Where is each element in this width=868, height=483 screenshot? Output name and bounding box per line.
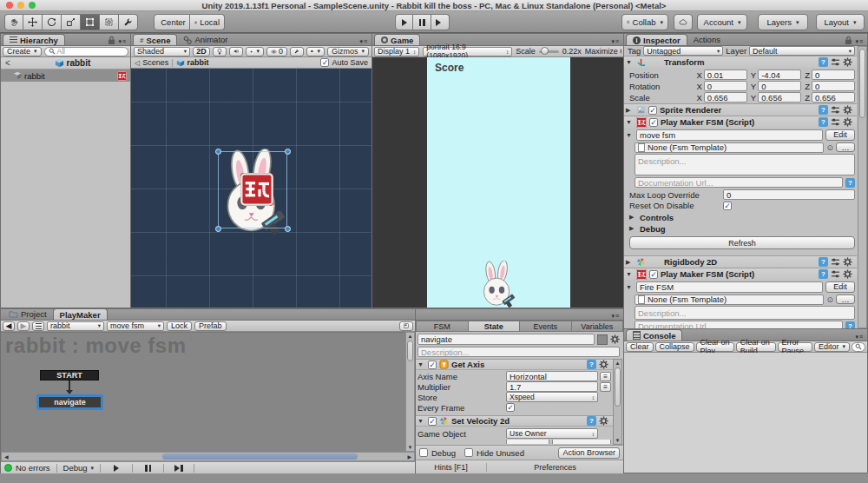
mac-zoom-button[interactable] — [29, 2, 36, 9]
debug-dropdown[interactable]: Debug▾ — [63, 463, 95, 473]
fsm-select-dropdown[interactable]: move fsm▾ — [107, 321, 164, 331]
position-x-field[interactable]: 0.01 — [704, 69, 747, 80]
aspect-dropdown[interactable]: portrait 16:9 (1080x1920)↕ — [423, 47, 512, 56]
transform-header[interactable]: ▼ Transform ? — [624, 56, 857, 68]
foldout-icon[interactable]: ▼ — [626, 271, 634, 277]
object-picker-icon[interactable]: ⊙ — [826, 143, 833, 152]
action-set-velocity-header[interactable]: ▼ ✓ Set Velocity 2d ? — [416, 415, 613, 427]
pane-menu-icon[interactable]: ▾≡ — [608, 313, 623, 320]
state-color-swatch[interactable] — [597, 334, 608, 345]
rotate-tool-button[interactable] — [43, 14, 62, 30]
tab-hierarchy[interactable]: Hierarchy — [3, 34, 65, 45]
component-enabled-checkbox[interactable]: ✓ — [648, 106, 657, 115]
store-variable-dropdown[interactable]: Xspeed↕ — [506, 392, 598, 402]
variable-toggle-button[interactable]: ≡ — [600, 382, 611, 392]
fsm-description-field[interactable]: Description... — [635, 154, 855, 175]
foldout-icon[interactable]: ▼ — [626, 132, 634, 138]
fsm-name-field[interactable]: move fsm — [636, 129, 823, 141]
tab-animator[interactable]: Animator — [177, 34, 233, 45]
preferences-button[interactable]: Preferences — [487, 463, 623, 472]
maximize-on-play-toggle[interactable]: Maximize O — [585, 47, 621, 56]
scenes-back-icon[interactable]: ◁ — [135, 59, 140, 67]
tab-actions[interactable]: Actions — [687, 34, 727, 45]
pivot-center-button[interactable]: Center — [154, 14, 190, 30]
console-collapse-button[interactable]: Collapse — [655, 342, 694, 352]
tab-scene[interactable]: #Scene — [133, 34, 177, 45]
breadcrumb-scenes[interactable]: Scenes — [142, 58, 168, 67]
transform-tool-button[interactable] — [100, 14, 119, 30]
scene-tools-button[interactable] — [290, 47, 304, 56]
fsm-play-icon[interactable] — [114, 465, 119, 472]
console-error-pause-button[interactable]: Error Pause — [778, 342, 812, 352]
graph-vscrollbar[interactable]: ▲ ▼ — [405, 332, 415, 452]
2d-toggle-button[interactable]: 2D — [193, 47, 210, 56]
console-clear-button[interactable]: Clear — [626, 342, 654, 352]
scene-audio-button[interactable] — [229, 47, 243, 56]
tab-state[interactable]: State — [469, 321, 521, 332]
rect-tool-button[interactable] — [81, 14, 100, 30]
graph-menu-button[interactable] — [32, 321, 44, 331]
gizmos-dropdown[interactable]: Gizmos▾ — [327, 47, 369, 56]
layer-dropdown[interactable]: Default▾ — [749, 46, 855, 56]
fsm-template-field[interactable]: None (Fsm Template) — [635, 142, 824, 153]
playmaker-fsm-header[interactable]: ▼ ✓ Play Maker FSM (Script) ? — [624, 268, 857, 280]
tab-playmaker[interactable]: PlayMaker — [53, 308, 108, 320]
playmaker-fsm-header[interactable]: ▼ ✓ Play Maker FSM (Script) ? — [624, 116, 857, 128]
tab-variables[interactable]: Variables — [572, 321, 624, 332]
graph-forward-button[interactable]: ▶ — [17, 321, 30, 331]
scale-y-field[interactable]: 0.656 — [758, 92, 801, 103]
hierarchy-search-input[interactable]: All — [44, 47, 128, 56]
fsm-edit-button[interactable]: Edit — [825, 281, 855, 293]
scene-viewport[interactable] — [131, 69, 372, 308]
rotation-y-field[interactable]: 0 — [758, 81, 801, 91]
foldout-icon[interactable]: ▶ — [626, 259, 634, 266]
mac-close-button[interactable] — [6, 2, 13, 9]
max-loop-field[interactable]: 0 — [723, 189, 855, 200]
tab-events[interactable]: Events — [520, 321, 572, 332]
play-button[interactable] — [395, 14, 413, 30]
lock-icon[interactable] — [108, 36, 115, 45]
sprite-renderer-header[interactable]: ▶ ✓ Sprite Renderer ? — [624, 103, 857, 116]
pane-menu-icon[interactable]: ▾≡ — [608, 38, 623, 45]
gear-icon[interactable] — [599, 360, 608, 369]
scale-slider[interactable] — [539, 50, 559, 53]
cloud-button[interactable] — [674, 14, 693, 30]
fsm-edit-button[interactable]: Edit — [825, 129, 855, 141]
rigidbody2d-header[interactable]: ▶ Rigidbody 2D ? — [624, 255, 857, 268]
preset-icon[interactable] — [831, 269, 840, 279]
preset-icon[interactable] — [831, 105, 840, 115]
foldout-icon[interactable]: ▼ — [418, 361, 425, 367]
tab-fsm[interactable]: FSM — [416, 321, 469, 332]
foldout-icon[interactable]: ▼ — [418, 418, 425, 424]
hscroll-thumb[interactable] — [162, 453, 358, 460]
selection-handle[interactable] — [215, 149, 221, 155]
mac-minimize-button[interactable] — [17, 2, 24, 9]
fsm-description-field[interactable]: Description... — [635, 306, 855, 320]
rotation-x-field[interactable]: 0 — [704, 81, 747, 91]
custom-tool-button[interactable] — [119, 14, 138, 30]
gear-icon[interactable] — [843, 105, 852, 115]
pane-menu-icon[interactable]: ▾≡ — [356, 38, 372, 45]
pane-menu-icon[interactable]: ▾≡ — [855, 38, 864, 44]
gear-icon[interactable] — [599, 416, 608, 426]
action-browser-button[interactable]: Action Browser — [558, 447, 620, 459]
scroll-left-arrow[interactable]: ◀ — [2, 453, 11, 460]
scene-fx-dropdown[interactable]: ▾ — [246, 47, 264, 56]
account-dropdown[interactable]: Account▾ — [697, 14, 747, 30]
foldout-icon[interactable]: ▶ — [626, 107, 634, 114]
gear-icon[interactable] — [610, 334, 620, 344]
inspector-scrollbar[interactable] — [858, 46, 867, 328]
console-editor-dropdown[interactable]: Editor▾ — [814, 342, 850, 352]
fsm-node-navigate[interactable]: navigate — [36, 394, 103, 410]
help-icon[interactable]: ? — [819, 117, 828, 127]
fsm-step-icon[interactable] — [174, 465, 183, 472]
clipped-field[interactable] — [552, 440, 611, 444]
scroll-right-arrow[interactable]: ▶ — [404, 453, 414, 460]
scene-lighting-button[interactable] — [213, 47, 227, 56]
template-browse-button[interactable]: … — [836, 142, 855, 152]
help-icon[interactable]: ? — [819, 105, 828, 115]
template-browse-button[interactable]: … — [836, 294, 855, 304]
help-icon[interactable]: ? — [587, 360, 596, 369]
prefab-breadcrumb-name[interactable]: rabbit — [67, 58, 91, 68]
hierarchy-row-rabbit[interactable]: rabbit — [1, 69, 130, 82]
